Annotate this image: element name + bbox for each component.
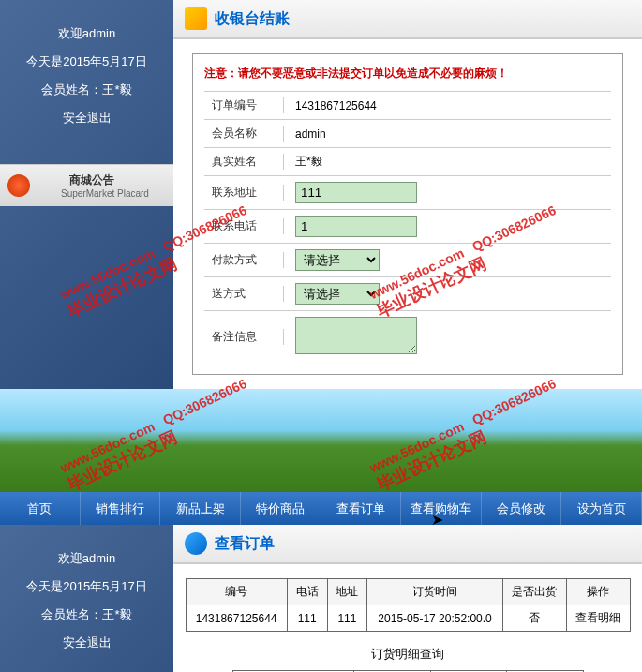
- col-phone: 电话: [287, 579, 327, 605]
- cursor-icon: ➤: [431, 511, 443, 529]
- warning-text: 注意：请您不要恶意或非法提交订单以免造成不必要的麻烦！: [204, 66, 611, 82]
- col-time: 订货时间: [367, 579, 502, 605]
- ship-label: 送方式: [204, 286, 284, 302]
- col-action: 操作: [566, 579, 630, 605]
- sidebar-top: 欢迎admin 今天是2015年5月17日 会员姓名：王*毅 安全退出 商城公告…: [0, 0, 173, 389]
- nav-special[interactable]: 特价商品: [241, 492, 321, 525]
- placard-subtitle: SuperMarket Placard: [61, 188, 149, 199]
- nav-member[interactable]: 会员修改: [482, 492, 562, 525]
- nav-new[interactable]: 新品上架: [160, 492, 241, 525]
- order-no-value: 1431867125644: [284, 99, 611, 112]
- date-text: 今天是2015年5月17日: [0, 53, 173, 70]
- date-text: 今天是2015年5月17日: [0, 578, 173, 595]
- banner-image: www.56doc.com QQ:306826066 毕业设计论文网 www.5…: [0, 389, 642, 492]
- nav-orders[interactable]: 查看订单: [321, 492, 402, 525]
- nav-home[interactable]: 首页: [0, 492, 81, 525]
- logout-link[interactable]: 安全退出: [0, 110, 173, 127]
- welcome-text: 欢迎admin: [0, 550, 173, 567]
- pay-label: 付款方式: [204, 252, 284, 268]
- col-shipped: 是否出货: [502, 579, 566, 605]
- main-navbar: 首页 销售排行 新品上架 特价商品 查看订单 查看购物车 会员修改 设为首页 ➤: [0, 492, 642, 525]
- search-icon: [185, 532, 207, 555]
- welcome-text: 欢迎admin: [0, 25, 173, 42]
- member-text: 会员姓名：王*毅: [0, 82, 173, 98]
- panel-header: 查看订单: [173, 525, 642, 564]
- sidebar-bottom: 欢迎admin 今天是2015年5月17日 会员姓名：王*毅 安全退出: [0, 525, 173, 672]
- order-panel: 查看订单 编号 电话 地址 订货时间 是否出货 操作 1431867125644…: [173, 525, 642, 672]
- address-input[interactable]: [295, 182, 417, 203]
- checkout-icon: [185, 7, 207, 30]
- checkout-title: 收银台结账: [215, 9, 290, 29]
- col-no: 编号: [186, 579, 287, 605]
- panel-header: 收银台结账: [173, 0, 642, 39]
- view-detail-link[interactable]: 查看明细: [575, 611, 620, 624]
- phone-input[interactable]: [295, 216, 417, 237]
- watermark: www.56doc.com QQ:306826066 毕业设计论文网: [58, 376, 259, 496]
- order-no-label: 订单编号: [204, 97, 284, 113]
- detail-title: 订货明细查询: [173, 646, 642, 663]
- logout-link[interactable]: 安全退出: [0, 635, 173, 651]
- nav-ranking[interactable]: 销售排行: [81, 492, 161, 525]
- address-label: 联系地址: [204, 185, 284, 201]
- real-name-value: 王*毅: [284, 154, 611, 170]
- member-text: 会员姓名：王*毅: [0, 606, 173, 623]
- member-name-value: admin: [284, 127, 611, 141]
- table-row: 1431867125644 111 111 2015-05-17 20:52:0…: [186, 605, 630, 632]
- order-view-title: 查看订单: [215, 534, 275, 554]
- pay-select[interactable]: 请选择: [295, 249, 380, 271]
- order-table: 编号 电话 地址 订货时间 是否出货 操作 1431867125644 111 …: [186, 578, 631, 632]
- remark-textarea[interactable]: [295, 317, 417, 354]
- placard-title: 商城公告: [35, 172, 149, 188]
- checkout-form: 注意：请您不要恶意或非法提交订单以免造成不必要的麻烦！ 订单编号 1431867…: [192, 53, 623, 375]
- remark-label: 备注信息: [204, 329, 284, 345]
- placard-panel: 商城公告 SuperMarket Placard: [0, 164, 173, 206]
- nav-homepage[interactable]: 设为首页: [561, 492, 642, 525]
- member-name-label: 会员名称: [204, 126, 284, 142]
- speaker-icon: [7, 174, 30, 197]
- phone-label: 联系电话: [204, 218, 284, 234]
- checkout-panel: 收银台结账 注意：请您不要恶意或非法提交订单以免造成不必要的麻烦！ 订单编号 1…: [173, 0, 642, 389]
- watermark: www.56doc.com QQ:306826066 毕业设计论文网: [367, 376, 568, 496]
- col-address: 地址: [327, 579, 367, 605]
- real-name-label: 真实姓名: [204, 154, 284, 170]
- ship-select[interactable]: 请选择: [295, 283, 380, 305]
